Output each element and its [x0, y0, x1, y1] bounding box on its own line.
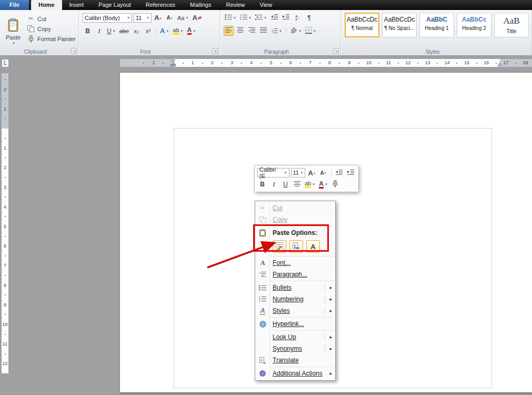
- menu-item-numbering[interactable]: 123 Numbering ▸: [255, 293, 335, 305]
- paste-dropdown-icon[interactable]: ▼: [12, 42, 15, 45]
- font-name-value: Calibri (Body): [85, 15, 120, 21]
- paragraph-group-label: Paragraph: [220, 49, 333, 55]
- clipboard-dialog-launcher[interactable]: ↘: [71, 48, 77, 54]
- style-heading-2[interactable]: AaBbCc Heading 2: [457, 13, 491, 37]
- menu-item-look-up[interactable]: Look Up ▸: [255, 331, 335, 343]
- mini-format-painter-button[interactable]: [330, 180, 340, 190]
- bold-button[interactable]: B: [83, 26, 93, 36]
- style-normal[interactable]: AaBbCcDc ¶ Normal: [345, 13, 379, 37]
- style-no-spacing[interactable]: AaBbCcDc ¶ No Spaci...: [382, 13, 417, 37]
- tab-page-layout[interactable]: Page Layout: [91, 0, 138, 10]
- style-label: Title: [495, 28, 528, 34]
- multilevel-list-button[interactable]: ▼: [254, 13, 268, 23]
- ruler-tick: [456, 63, 457, 64]
- menu-item-copy[interactable]: Copy: [255, 214, 335, 225]
- tab-mailings[interactable]: Mailings: [183, 0, 218, 10]
- font-color-button[interactable]: A▼: [186, 26, 197, 36]
- grow-font-button[interactable]: A▲: [153, 13, 163, 23]
- cut-button[interactable]: ✂ Cut: [25, 14, 77, 23]
- superscript-button[interactable]: x²: [143, 26, 153, 36]
- underline-button[interactable]: U▼: [106, 26, 117, 36]
- justify-button[interactable]: [258, 26, 268, 36]
- ruler-number: 2: [4, 87, 6, 92]
- align-left-button[interactable]: [224, 26, 234, 36]
- paint-bucket-icon: [290, 27, 297, 35]
- change-case-button[interactable]: Aa▼: [176, 13, 189, 23]
- left-indent-marker[interactable]: [170, 64, 176, 66]
- menu-item-paragraph[interactable]: Paragraph...: [255, 269, 335, 280]
- tab-review[interactable]: Review: [218, 0, 252, 10]
- italic-button[interactable]: I: [94, 26, 104, 36]
- highlight-color-button[interactable]: ab▼: [172, 26, 184, 36]
- menu-separator: [270, 330, 334, 331]
- tab-view[interactable]: View: [253, 0, 280, 10]
- menu-item-synonyms[interactable]: Synonyms ▸: [255, 343, 335, 354]
- mini-italic-button[interactable]: I: [269, 180, 279, 190]
- menu-item-cut[interactable]: ✂ Cut: [255, 202, 335, 214]
- strikethrough-button[interactable]: abe: [118, 26, 130, 36]
- tab-stop-selector[interactable]: L: [2, 59, 9, 67]
- mini-align-button[interactable]: [292, 180, 302, 190]
- mini-grow-font-button[interactable]: A▲: [307, 168, 317, 178]
- menu-item-font[interactable]: A Font...: [255, 257, 335, 269]
- mini-font-size-select[interactable]: 11 ▼: [291, 168, 306, 177]
- style-heading-1[interactable]: AaBbC Heading 1: [419, 13, 454, 37]
- vertical-ruler[interactable]: 12345678910111212: [1, 73, 9, 374]
- numbering-button[interactable]: 123 ▼: [239, 13, 253, 23]
- mini-font-name-select[interactable]: Calibri (E ▼: [257, 168, 289, 177]
- paragraph-dialog-launcher[interactable]: ↘: [333, 48, 339, 54]
- mini-underline-button[interactable]: U: [280, 180, 290, 190]
- menu-item-styles[interactable]: A Styles ▸: [255, 305, 335, 317]
- font-dialog-launcher[interactable]: ↘: [212, 48, 218, 54]
- pilcrow-icon: ¶: [307, 14, 310, 22]
- sort-button[interactable]: AZ ↓: [293, 13, 303, 23]
- paste-merge-formatting-button[interactable]: [289, 240, 303, 253]
- format-painter-button[interactable]: Format Painter: [25, 34, 77, 43]
- font-size-select[interactable]: 11 ▼: [134, 13, 152, 23]
- line-spacing-button[interactable]: ↕ ▼: [270, 26, 283, 36]
- tab-file[interactable]: File: [0, 0, 29, 10]
- style-title[interactable]: AaB Title: [494, 13, 529, 37]
- clear-formatting-button[interactable]: A: [191, 13, 202, 23]
- shading-button[interactable]: ▼: [289, 26, 303, 36]
- bullets-button[interactable]: ▼: [224, 13, 237, 23]
- mini-bold-button[interactable]: B: [257, 180, 267, 190]
- horizontal-ruler[interactable]: 1234567891011121314151617181: [120, 58, 532, 67]
- mini-toolbar: Calibri (E ▼ 11 ▼ A▲ A▼ B I U ab▼ A▼: [254, 165, 359, 192]
- mini-highlight-button[interactable]: ab▼: [304, 180, 316, 190]
- tab-references[interactable]: References: [138, 0, 183, 10]
- font-name-select[interactable]: Calibri (Body) ▼: [83, 13, 132, 23]
- menu-item-translate[interactable]: a Translate: [255, 354, 335, 366]
- paste-keep-source-formatting-button[interactable]: [273, 240, 286, 253]
- copy-icon: [27, 25, 35, 32]
- right-indent-marker[interactable]: [497, 62, 503, 66]
- show-formatting-marks-button[interactable]: ¶: [304, 13, 314, 23]
- decrease-indent-button[interactable]: [269, 13, 279, 23]
- style-preview: AaBbCcDc: [383, 16, 416, 23]
- mini-shrink-font-button[interactable]: A▼: [318, 168, 328, 178]
- ruler-tick: [5, 138, 6, 139]
- chevron-down-icon: ▼: [166, 29, 169, 33]
- paste-clipboard-icon: [8, 18, 18, 33]
- mini-decrease-indent-button[interactable]: [334, 168, 344, 178]
- mini-increase-indent-button[interactable]: [346, 168, 356, 178]
- text-effects-button[interactable]: A▼: [159, 26, 170, 36]
- increase-indent-button[interactable]: [281, 13, 291, 23]
- paste-keep-text-only-button[interactable]: A: [306, 240, 320, 253]
- align-right-button[interactable]: [247, 26, 257, 36]
- menu-item-additional-actions[interactable]: i Additional Actions ▸: [255, 368, 335, 379]
- paste-button[interactable]: Paste ▼: [3, 12, 24, 51]
- clipboard-icon: [257, 227, 268, 239]
- borders-button[interactable]: ▼: [304, 26, 317, 36]
- subscript-button[interactable]: x₂: [132, 26, 142, 36]
- copy-button[interactable]: Copy: [25, 24, 77, 33]
- mini-font-color-button[interactable]: A▼: [318, 180, 329, 190]
- tab-home[interactable]: Home: [31, 0, 62, 10]
- menu-item-hyperlink[interactable]: Hyperlink...: [255, 318, 335, 330]
- align-center-button[interactable]: [235, 26, 245, 36]
- shrink-font-button[interactable]: A▼: [165, 13, 175, 23]
- ruler-number: 3: [4, 185, 6, 190]
- menu-item-bullets[interactable]: Bullets ▸: [255, 282, 335, 293]
- tab-insert[interactable]: Insert: [62, 0, 92, 10]
- paste-options-buttons: A: [255, 239, 335, 255]
